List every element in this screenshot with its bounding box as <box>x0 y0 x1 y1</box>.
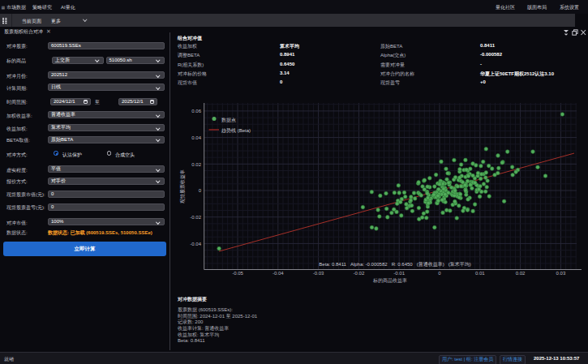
svg-text:Beta: 0.8411 Alpha: -0.00058: Beta: 0.8411 Alpha: -0.000582 R: 0.6450 … <box>319 261 470 268</box>
svg-text:趋势线 (Beta): 趋势线 (Beta) <box>221 127 251 134</box>
svg-text:-0.04: -0.04 <box>190 242 201 246</box>
svg-text:0.04: 0.04 <box>191 135 201 140</box>
svg-text:0.02: 0.02 <box>191 162 201 167</box>
svg-text:-0.04: -0.04 <box>273 271 284 276</box>
svg-text:0.06: 0.06 <box>191 109 201 113</box>
svg-text:-0.02: -0.02 <box>190 215 201 220</box>
svg-text:0: 0 <box>438 271 441 276</box>
svg-text:-0.01: -0.01 <box>393 271 405 276</box>
svg-text:0.01: 0.01 <box>475 271 485 276</box>
svg-text:0: 0 <box>199 188 202 193</box>
svg-text:-0.02: -0.02 <box>354 271 365 276</box>
svg-text:-0.05: -0.05 <box>232 271 243 276</box>
svg-text:现货股票收益率: 现货股票收益率 <box>179 169 186 203</box>
svg-text:数据点: 数据点 <box>221 118 236 123</box>
svg-text:0.02: 0.02 <box>516 271 526 276</box>
svg-text:标的商品收益率: 标的商品收益率 <box>372 277 407 284</box>
svg-text:0.03: 0.03 <box>556 271 566 276</box>
svg-text:-0.03: -0.03 <box>313 271 324 276</box>
